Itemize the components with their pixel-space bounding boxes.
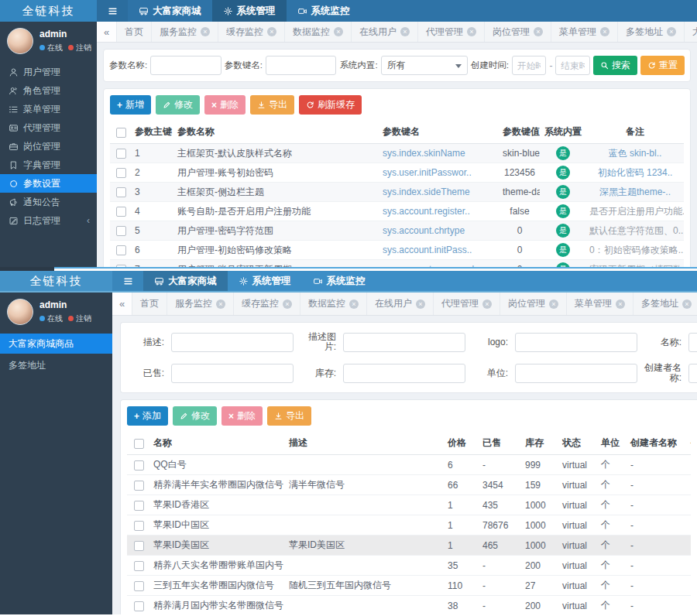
tab-scroll-left-button[interactable]: « [97, 22, 117, 42]
sidebar-item[interactable]: 用户管理 [0, 63, 97, 81]
row-checkbox[interactable] [134, 481, 144, 491]
close-icon[interactable]: × [283, 299, 292, 309]
param-key-link[interactable]: sys.index.sideTheme [383, 187, 470, 197]
tab[interactable]: 大富家商城商品× [685, 22, 697, 42]
table-row[interactable]: 苹果ID美国区苹果ID美国区14651000virtual个-20 [127, 536, 691, 556]
close-icon[interactable]: × [616, 299, 625, 309]
close-icon[interactable]: × [334, 27, 343, 36]
delete-button[interactable]: ×删除 [204, 95, 245, 115]
avatar[interactable] [7, 299, 33, 325]
refresh-cache-button[interactable]: 刷新缓存 [299, 95, 362, 115]
tab[interactable]: 菜单管理× [551, 22, 618, 42]
table-row[interactable]: 3主框架页-侧边栏主题sys.index.sideThemetheme-dark… [110, 183, 684, 202]
close-icon[interactable]: × [667, 27, 676, 36]
param-key-link[interactable]: sys.user.initPasswor.. [383, 167, 472, 178]
form-field-input[interactable] [688, 333, 697, 352]
tab[interactable]: 缓存监控× [234, 293, 300, 315]
table-row[interactable]: 7用户管理-账号密码更新周期sys.account.password..0是密码… [110, 260, 684, 268]
export-button[interactable]: 导出 [267, 406, 311, 426]
topnav-item[interactable]: 系统管理 [228, 271, 302, 291]
form-field-input[interactable] [343, 333, 465, 352]
tab[interactable]: 缓存监控× [218, 22, 285, 42]
form-field-input[interactable] [171, 364, 294, 383]
row-checkbox[interactable] [116, 207, 126, 217]
param-key-link[interactable]: sys.account.initPass.. [383, 245, 472, 255]
row-checkbox[interactable] [116, 226, 126, 236]
sidebar-item[interactable]: 参数设置 [0, 174, 97, 193]
close-icon[interactable]: × [549, 299, 558, 309]
tab[interactable]: 数据监控× [300, 293, 367, 315]
table-row[interactable]: 4账号自助-是否开启用户注册功能sys.account.register..fa… [110, 202, 684, 221]
close-icon[interactable]: × [216, 299, 225, 309]
sidebar-item[interactable]: 字典管理 [0, 156, 97, 174]
row-checkbox[interactable] [116, 149, 126, 159]
close-icon[interactable]: × [349, 299, 359, 309]
reset-button[interactable]: 重置 [640, 56, 685, 75]
builtin-select[interactable]: 所有 [381, 56, 468, 75]
param-key-link[interactable]: sys.account.register.. [383, 206, 470, 217]
row-checkbox[interactable] [134, 541, 144, 551]
sidebar-item[interactable]: 多签地址 [0, 355, 112, 375]
param-key-link[interactable]: sys.index.skinName [383, 148, 465, 159]
table-row[interactable]: 6用户管理-初始密码修改策略sys.account.initPass..0是0：… [110, 241, 684, 260]
tab[interactable]: 服务监控× [152, 22, 218, 42]
param-name-input[interactable] [150, 56, 221, 75]
close-icon[interactable]: × [201, 27, 210, 36]
tab[interactable]: 在线用户× [352, 22, 418, 42]
row-checkbox[interactable] [116, 187, 126, 197]
tab[interactable]: 代理管理× [418, 22, 485, 42]
table-row[interactable]: 2用户管理-账号初始密码sys.user.initPasswor..123456… [110, 163, 684, 183]
row-checkbox[interactable] [134, 460, 144, 471]
table-row[interactable]: 精养满月国内带实名带圈微信号38-200virtual个-20 [127, 596, 691, 615]
close-icon[interactable]: × [416, 299, 425, 309]
tab[interactable]: 岗位管理× [485, 22, 551, 42]
row-checkbox[interactable] [116, 245, 126, 255]
tab[interactable]: 岗位管理× [500, 293, 567, 315]
sidebar-item[interactable]: 代理管理 [0, 118, 97, 137]
tab[interactable]: 多签地址× [618, 22, 685, 42]
topnav-item[interactable]: 大富家商城 [128, 0, 212, 22]
tab[interactable]: 代理管理× [434, 293, 500, 315]
logout-link[interactable]: 注销 [68, 43, 91, 53]
export-button[interactable]: 导出 [250, 95, 294, 115]
search-button[interactable]: 搜索 [593, 56, 637, 75]
tab[interactable]: 菜单管理× [567, 293, 633, 315]
tab-scroll-left-button[interactable]: « [112, 293, 132, 315]
close-icon[interactable]: × [482, 299, 492, 309]
tab[interactable]: 首页 [132, 293, 167, 315]
form-field-input[interactable] [343, 364, 465, 383]
topnav-item[interactable]: 系统监控 [302, 271, 376, 291]
table-row[interactable]: 苹果ID中国区1786761000virtual个-20 [127, 515, 691, 536]
form-field-input[interactable] [515, 364, 637, 383]
close-icon[interactable]: × [467, 27, 476, 36]
param-key-link[interactable]: sys.account.chrtype [383, 225, 465, 236]
tab[interactable]: 数据监控× [285, 22, 352, 42]
table-row[interactable]: 苹果ID香港区14351000virtual个-20 [127, 495, 691, 515]
close-icon[interactable]: × [400, 27, 410, 36]
sidebar-item[interactable]: 日志管理‹ [0, 211, 97, 230]
row-checkbox[interactable] [134, 581, 144, 591]
form-field-input[interactable] [171, 333, 294, 352]
row-checkbox[interactable] [134, 601, 144, 611]
close-icon[interactable]: × [682, 299, 692, 309]
tab[interactable]: 首页 [117, 22, 152, 42]
table-row[interactable]: 精养满半年实名带圈国内微信号满半年微信号663454159virtual个-20 [127, 475, 691, 495]
add-button[interactable]: +添加 [127, 406, 168, 426]
topnav-item[interactable]: 系统监控 [287, 0, 361, 22]
sidebar-item[interactable]: 岗位管理 [0, 137, 97, 156]
table-row[interactable]: 5用户管理-密码字符范围sys.account.chrtype0是默认任意字符范… [110, 221, 684, 241]
row-checkbox[interactable] [134, 501, 144, 511]
tab[interactable]: 服务监控× [167, 293, 234, 315]
logout-link[interactable]: 注销 [68, 313, 91, 324]
form-field-input[interactable] [515, 333, 637, 352]
close-icon[interactable]: × [534, 27, 543, 36]
edit-button[interactable]: 修改 [156, 95, 200, 115]
edit-button[interactable]: 修改 [173, 406, 217, 426]
tab[interactable]: 在线用户× [367, 293, 434, 315]
row-checkbox[interactable] [134, 521, 144, 531]
topnav-item[interactable]: 系统管理 [212, 0, 287, 22]
form-field-input[interactable] [688, 364, 697, 383]
delete-button[interactable]: ×删除 [221, 406, 263, 426]
start-time-input[interactable] [512, 56, 547, 75]
sidebar-item[interactable]: 通知公告 [0, 193, 97, 211]
